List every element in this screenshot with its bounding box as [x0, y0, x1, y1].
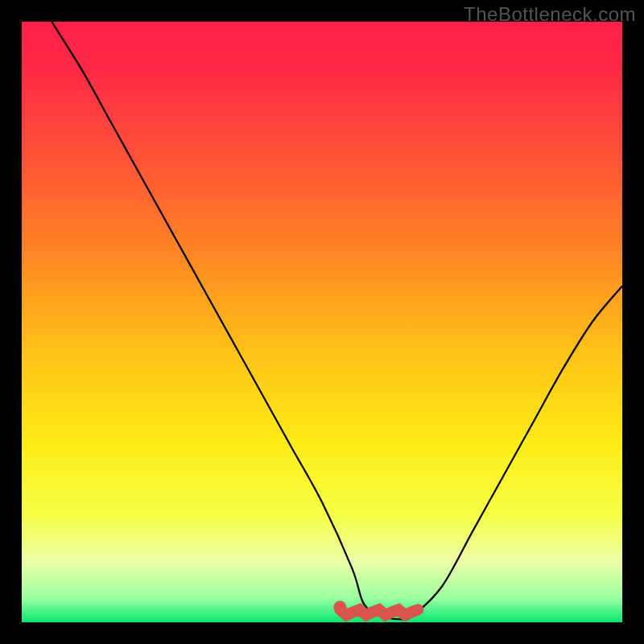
- plot-area: [22, 22, 622, 622]
- tolerance-band: [340, 609, 418, 615]
- watermark-text: TheBottleneck.com: [464, 3, 636, 26]
- left-marker-dot: [333, 601, 346, 613]
- bottleneck-curve: [22, 22, 622, 622]
- curve-line: [52, 22, 622, 620]
- chart-frame: TheBottleneck.com: [0, 0, 644, 644]
